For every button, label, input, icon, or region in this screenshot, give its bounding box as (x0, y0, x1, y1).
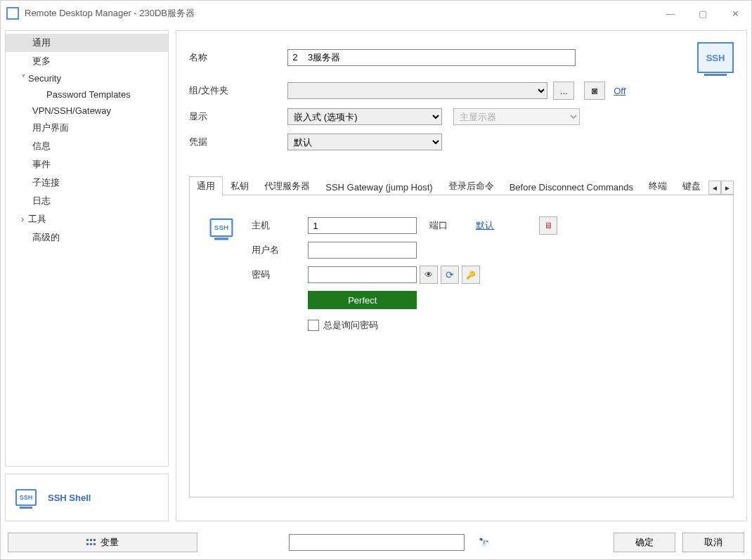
tab-1[interactable]: 私钥 (223, 176, 257, 195)
sidebar-item-label: 子连接 (32, 177, 60, 188)
sidebar-item-8[interactable]: 子连接 (6, 174, 168, 192)
display-settings-button[interactable] (539, 216, 557, 235)
label-credentials: 凭据 (189, 136, 287, 148)
tab-scroll: ◄ ► (708, 181, 734, 195)
sidebar-item-2[interactable]: ˅Security (6, 70, 168, 86)
titlebar: Remote Desktop Manager - 230DB服务器 — ▢ ✕ (1, 1, 751, 26)
tab-4[interactable]: 登录后命令 (441, 176, 502, 195)
chevron-icon: › (21, 214, 28, 224)
sidebar-item-label: 事件 (32, 159, 51, 169)
reveal-password-button[interactable] (420, 266, 438, 284)
label-name: 名称 (189, 51, 287, 64)
ssh-icon-inner: SSH (210, 219, 233, 237)
password-strength: Perfect (308, 291, 417, 309)
row-group: 组/文件夹 ... Off (189, 82, 734, 100)
tab-0[interactable]: 通用 (189, 176, 223, 195)
tab-scroll-left[interactable]: ◄ (708, 181, 721, 195)
generate-password-button[interactable] (441, 266, 459, 284)
app-icon (6, 7, 19, 20)
window: Remote Desktop Manager - 230DB服务器 — ▢ ✕ … (0, 0, 752, 560)
label-group: 组/文件夹 (189, 84, 287, 97)
close-button[interactable]: ✕ (719, 1, 751, 26)
content-area: 通用更多˅SecurityPassword TemplatesVPN/SSH/G… (1, 26, 751, 526)
sidebar-item-1[interactable]: 更多 (6, 52, 168, 70)
cancel-button[interactable]: 取消 (682, 533, 744, 552)
row-credentials: 凭据 默认 (189, 134, 734, 150)
row-name: 名称 SSH (189, 42, 734, 73)
input-username[interactable] (308, 242, 417, 259)
maximize-button[interactable]: ▢ (687, 1, 719, 26)
off-link[interactable]: Off (614, 86, 625, 96)
sidebar-item-9[interactable]: 日志 (6, 192, 168, 210)
variables-button[interactable]: 变量 (8, 533, 197, 552)
checkbox-always-ask[interactable] (308, 320, 319, 331)
sidebar-item-6[interactable]: 信息 (6, 137, 168, 155)
sidebar-item-0[interactable]: 通用 (6, 34, 168, 52)
footer-search-input[interactable] (289, 534, 465, 551)
row-username: 用户名 (252, 242, 712, 259)
sidebar-item-label: 日志 (32, 195, 51, 206)
link-port-default[interactable]: 默认 (476, 219, 494, 232)
password-analyzer-button[interactable] (462, 266, 480, 284)
sidebar-item-3[interactable]: Password Templates (6, 86, 168, 103)
sidebar-item-label: 信息 (32, 141, 51, 151)
sidebar-item-label: Password Templates (46, 89, 131, 100)
sidebar-item-label: 用户界面 (32, 122, 69, 133)
sidebar-item-label: VPN/SSH/Gateway (32, 105, 111, 116)
tab-2[interactable]: 代理服务器 (257, 176, 318, 195)
row-display: 显示 嵌入式 (选项卡) 主显示器 (189, 108, 734, 125)
row-always-ask: 总是询问密码 (308, 319, 712, 332)
snapshot-button[interactable] (584, 82, 605, 100)
select-monitor: 主显示器 (453, 108, 580, 125)
select-display[interactable]: 嵌入式 (选项卡) (287, 108, 442, 125)
row-password: 密码 (252, 266, 712, 284)
sidebar-item-4[interactable]: VPN/SSH/Gateway (6, 103, 168, 119)
tab-6[interactable]: 终端 (641, 176, 675, 195)
sidebar: 通用更多˅SecurityPassword TemplatesVPN/SSH/G… (5, 30, 169, 521)
grid-icon (86, 539, 96, 546)
tabs-row: 通用私钥代理服务器SSH Gateway (jump Host)登录后命令Bef… (189, 176, 734, 195)
label-password: 密码 (252, 268, 308, 281)
tab-7[interactable]: 键盘 (675, 176, 708, 195)
sidebar-item-11[interactable]: 高级的 (6, 228, 168, 247)
sidebar-item-7[interactable]: 事件 (6, 155, 168, 174)
sidebar-item-5[interactable]: 用户界面 (6, 119, 168, 137)
tab-3[interactable]: SSH Gateway (jump Host) (318, 178, 440, 195)
type-badge[interactable]: SSH (697, 42, 734, 73)
sidebar-item-10[interactable]: ›工具 (6, 210, 168, 228)
sidebar-item-label: 高级的 (32, 232, 60, 242)
tab-5[interactable]: Before Disconnect Commands (502, 178, 641, 195)
search-icon[interactable] (474, 533, 493, 552)
label-always-ask: 总是询问密码 (323, 319, 378, 332)
label-display: 显示 (189, 110, 287, 123)
input-name[interactable] (287, 49, 576, 66)
window-title: Remote Desktop Manager - 230DB服务器 (25, 7, 654, 20)
ssh-icon: SSH (15, 489, 37, 506)
main-panel: 名称 SSH 组/文件夹 ... Off 显示 嵌入式 (选项卡) (176, 30, 747, 521)
sidebar-item-label: 更多 (32, 56, 51, 66)
label-host: 主机 (252, 219, 308, 232)
footer: 变量 确定 取消 (1, 526, 751, 559)
label-username: 用户名 (252, 244, 308, 256)
type-panel: SSH SSH Shell (5, 474, 169, 521)
tab-scroll-right[interactable]: ► (721, 181, 734, 195)
tabs: 通用私钥代理服务器SSH Gateway (jump Host)登录后命令Bef… (189, 176, 734, 497)
select-group[interactable] (287, 82, 547, 99)
nav-panel: 通用更多˅SecurityPassword TemplatesVPN/SSH/G… (5, 30, 169, 467)
chevron-icon: ˅ (21, 73, 28, 84)
select-credentials[interactable]: 默认 (287, 134, 442, 150)
minimize-button[interactable]: — (654, 1, 687, 26)
label-port: 端口 (429, 219, 448, 232)
sidebar-item-label: 通用 (32, 37, 51, 48)
input-password[interactable] (308, 266, 417, 283)
browse-group-button[interactable]: ... (553, 82, 574, 100)
ok-button[interactable]: 确定 (614, 533, 675, 552)
type-label: SSH Shell (48, 493, 91, 503)
row-host: 主机 端口 默认 (252, 216, 712, 235)
sidebar-item-label: Security (28, 73, 61, 84)
input-host[interactable] (308, 217, 417, 234)
variables-label: 变量 (101, 536, 119, 549)
tab-body-general: SSH 主机 端口 默认 (189, 195, 734, 497)
sidebar-item-label: 工具 (28, 214, 46, 224)
